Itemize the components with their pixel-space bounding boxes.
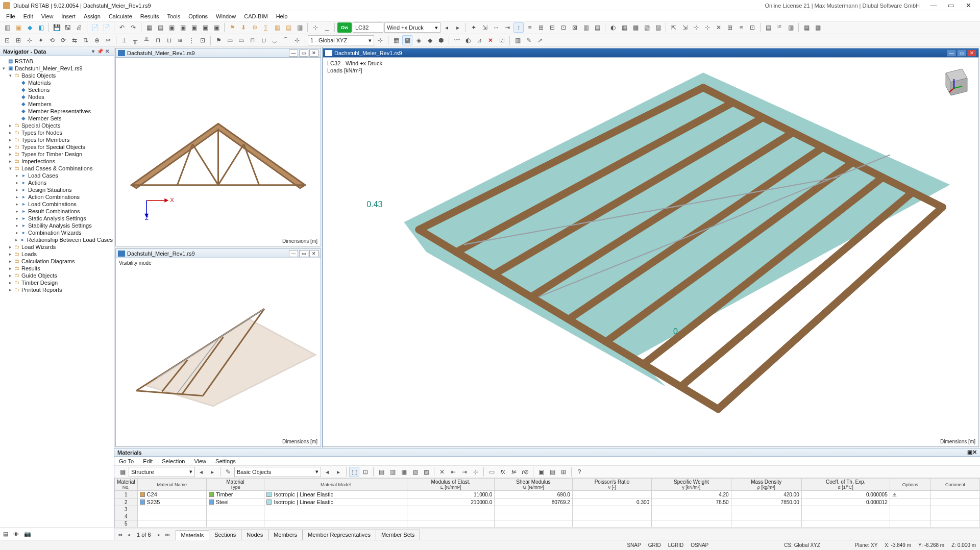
table-row[interactable]: 1 C24 Timber Isotropic | Linear Elastic … <box>115 491 980 498</box>
window-tile-icon[interactable]: ▦ <box>144 22 154 33</box>
tb-e-icon[interactable]: ↕ <box>513 22 524 33</box>
s38-icon[interactable]: ▥ <box>512 35 523 45</box>
tab-materials[interactable]: Materials <box>176 530 210 540</box>
tree-static-analysis-settings[interactable]: ▸▸Static Analysis Settings <box>1 215 113 222</box>
open-icon[interactable]: ▣ <box>13 22 23 33</box>
check-icon[interactable]: ⚑ <box>227 22 237 33</box>
s14-icon[interactable]: ⊓ <box>153 35 163 45</box>
tbm10-icon[interactable]: ⊹ <box>471 467 481 477</box>
tbm-fxx-icon[interactable]: f≠ <box>509 467 519 477</box>
calc-icon[interactable]: ⚙ <box>250 22 260 33</box>
tb-h-icon[interactable]: ⊟ <box>547 22 557 33</box>
mat-menu-selection[interactable]: Selection <box>157 458 189 465</box>
page-first-icon[interactable]: ⏮ <box>116 531 124 539</box>
tb-r-icon[interactable]: ⇱ <box>669 22 679 33</box>
menu-help[interactable]: Help <box>272 12 292 20</box>
tree-actions[interactable]: ▸▸Actions <box>1 179 113 186</box>
view-min-button[interactable]: — <box>289 250 298 257</box>
tab-member-representatives[interactable]: Member Representatives <box>302 530 376 540</box>
panel-close-icon[interactable]: ✕ <box>972 449 977 456</box>
view2-icon[interactable]: ▣ <box>178 22 188 33</box>
panel-dock-icon[interactable]: ▣ <box>967 449 972 456</box>
s34-icon[interactable]: ◐ <box>463 35 473 45</box>
status-osnap[interactable]: OSNAP <box>691 542 708 548</box>
s22-icon[interactable]: ⊓ <box>247 35 257 45</box>
navigator-menu-icon[interactable]: ▾ <box>89 48 96 55</box>
tb-o-icon[interactable]: ▩ <box>630 22 641 33</box>
maximize-button[interactable]: ▭ <box>942 0 960 11</box>
tree-printout-reports[interactable]: ▸🗀Printout Reports <box>1 286 113 293</box>
tree-materials[interactable]: ◆Materials <box>1 79 113 86</box>
minimize-button[interactable]: — <box>925 0 942 11</box>
tree-members[interactable]: ◆Members <box>1 101 113 108</box>
wizard-icon[interactable]: ◆ <box>24 22 35 33</box>
s20-icon[interactable]: ▭ <box>225 35 235 45</box>
s11-icon[interactable]: ⊥ <box>119 35 129 45</box>
tb-c-icon[interactable]: ↔ <box>491 22 501 33</box>
view-max-button[interactable]: ▭ <box>299 49 308 57</box>
nav-tab-data-icon[interactable]: ▤ <box>3 531 8 537</box>
tb-aa-icon[interactable]: ¹⁰ <box>774 22 785 33</box>
tbm12-icon[interactable]: ▣ <box>536 467 546 477</box>
tree-types-for-members[interactable]: ▸🗀Types for Members <box>1 136 113 143</box>
tree-load-cases[interactable]: ▸▸Load Cases <box>1 172 113 179</box>
tab-member-sets[interactable]: Member Sets <box>376 530 420 540</box>
tb-a-icon[interactable]: ✦ <box>469 22 479 33</box>
s3-icon[interactable]: ⊹ <box>24 35 35 45</box>
menu-results[interactable]: Results <box>136 12 163 20</box>
tbm2-icon[interactable]: ⊡ <box>360 467 371 477</box>
tb-z-icon[interactable]: ▤ <box>763 22 773 33</box>
s5-icon[interactable]: ⟲ <box>47 35 57 45</box>
page-next-icon[interactable]: ▸ <box>156 531 163 539</box>
s8-icon[interactable]: ⇅ <box>81 35 91 45</box>
print-icon[interactable]: 🖨 <box>74 22 84 33</box>
s21-icon[interactable]: ▭ <box>236 35 246 45</box>
prev2-icon[interactable]: ◂ <box>322 467 332 477</box>
materials-grid[interactable]: MaterialNo.Material NameMaterialTypeMate… <box>114 478 980 529</box>
menu-calculate[interactable]: Calculate <box>105 12 136 20</box>
status-snap[interactable]: SNAP <box>627 542 641 548</box>
tb-bb-icon[interactable]: ▥ <box>786 22 796 33</box>
s7-icon[interactable]: ⇆ <box>69 35 80 45</box>
menu-window[interactable]: Window <box>212 12 240 20</box>
table-row[interactable]: 2 S235 Steel Isotropic | Linear Elastic … <box>115 498 980 506</box>
tbm-del-icon[interactable]: ✕ <box>437 467 447 477</box>
view4-icon[interactable]: ▣ <box>200 22 210 33</box>
table-row[interactable]: 3 <box>115 506 980 513</box>
view-min-button[interactable]: — <box>289 49 298 57</box>
tbm3-icon[interactable]: ▤ <box>376 467 386 477</box>
s35-icon[interactable]: ⊿ <box>474 35 484 45</box>
s15-icon[interactable]: ⊔ <box>164 35 174 45</box>
s2-icon[interactable]: ⊞ <box>13 35 23 45</box>
menu-assign[interactable]: Assign <box>80 12 105 20</box>
tree-loads[interactable]: ▸🗀Loads <box>1 251 113 258</box>
mat-menu-go-to[interactable]: Go To <box>114 458 138 465</box>
menu-file[interactable]: File <box>2 12 19 20</box>
s19-icon[interactable]: ⚑ <box>213 35 224 45</box>
tb-l-icon[interactable]: ▤ <box>592 22 602 33</box>
structure-combo[interactable]: Structure▾ <box>129 467 195 477</box>
tree-member-representatives[interactable]: ◆Member Representatives <box>1 108 113 115</box>
redo-icon[interactable]: ↷ <box>128 22 138 33</box>
view-close-button[interactable]: ✕ <box>309 250 318 257</box>
navigator-close-icon[interactable]: ✕ <box>104 48 111 55</box>
tb-s-icon[interactable]: ⇲ <box>680 22 690 33</box>
next2-icon[interactable]: ▸ <box>333 467 344 477</box>
tbm11-icon[interactable]: ▭ <box>486 467 497 477</box>
tree-results[interactable]: ▸🗀Results <box>1 265 113 272</box>
tree-design-situations[interactable]: ▸▸Design Situations <box>1 186 113 193</box>
view-max-button[interactable]: ▭ <box>299 250 308 257</box>
tree-timber-design[interactable]: ▸🗀Timber Design <box>1 279 113 286</box>
tab-nodes[interactable]: Nodes <box>241 530 268 540</box>
tree-calculation-diagrams[interactable]: ▸🗀Calculation Diagrams <box>1 258 113 265</box>
view-3d-main[interactable]: Dachstuhl_Meier_Rev1.rs9 — ▭ ✕ LC32 - Wi… <box>323 48 979 447</box>
menu-tools[interactable]: Tools <box>163 12 184 20</box>
tree-nodes[interactable]: ◆Nodes <box>1 93 113 101</box>
tbm14-icon[interactable]: ⊞ <box>558 467 569 477</box>
s40-icon[interactable]: ↗ <box>535 35 545 45</box>
s37-icon[interactable]: ☑ <box>497 35 507 45</box>
extra1-icon[interactable]: ▥ <box>295 22 305 33</box>
view-max-button[interactable]: ▭ <box>957 49 966 57</box>
tree-types-for-nodes[interactable]: ▸🗀Types for Nodes <box>1 129 113 136</box>
s10-icon[interactable]: ✂ <box>103 35 113 45</box>
